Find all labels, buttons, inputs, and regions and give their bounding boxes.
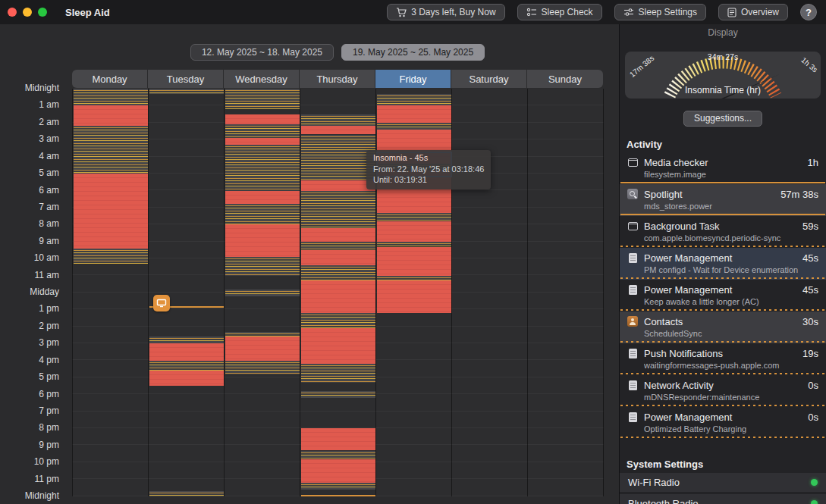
- activity-stripes[interactable]: [377, 242, 451, 247]
- activity-stripes[interactable]: [301, 313, 375, 328]
- activity-stripes[interactable]: [377, 276, 451, 281]
- week-tab-12-may-2025-18-may-2025[interactable]: 12. May 2025 ~ 18. May 2025: [190, 44, 334, 61]
- status-on-dot: [811, 500, 818, 504]
- insomnia-block[interactable]: [74, 174, 148, 249]
- day-header-wednesday[interactable]: Wednesday: [224, 70, 300, 88]
- activity-stripes[interactable]: [301, 191, 375, 228]
- day-column-monday[interactable]: [72, 89, 148, 496]
- insomnia-block[interactable]: [225, 224, 300, 257]
- activity-stripes[interactable]: [301, 265, 375, 280]
- activity-row-push-notifications[interactable]: Push Notifications19swaitingformessages-…: [620, 343, 826, 375]
- activity-stripes[interactable]: [149, 491, 224, 496]
- activity-stripes[interactable]: [149, 89, 224, 94]
- insomnia-block[interactable]: [301, 250, 375, 265]
- activity-subtitle: PM configd - Wait for Device enumeration: [644, 265, 818, 274]
- activity-stripes[interactable]: [377, 94, 451, 106]
- activity-stripes[interactable]: [149, 337, 224, 343]
- time-label-3: 3 am: [39, 133, 59, 144]
- minimize-window-button[interactable]: [23, 8, 32, 17]
- help-button[interactable]: ?: [800, 4, 817, 20]
- system-row-bluetooth-radio[interactable]: Bluetooth Radio: [620, 494, 826, 504]
- activity-row-spotlight[interactable]: Spotlight57m 38smds_stores.power: [620, 184, 826, 216]
- activity-stripes[interactable]: [225, 124, 300, 138]
- display-event-icon[interactable]: [153, 295, 170, 311]
- day-header-friday[interactable]: Friday: [375, 70, 451, 88]
- insomnia-block[interactable]: [377, 105, 451, 122]
- activity-stripes[interactable]: [225, 89, 300, 109]
- activity-stripes[interactable]: [225, 361, 300, 374]
- activity-subtitle: mDNSResponder:maintenance: [644, 393, 818, 402]
- day-header-sunday[interactable]: Sunday: [527, 70, 603, 88]
- day-header-thursday[interactable]: Thursday: [300, 70, 375, 88]
- insomnia-block[interactable]: [225, 114, 300, 125]
- activity-stripes[interactable]: [74, 249, 148, 264]
- time-label-15: 3 pm: [39, 337, 59, 348]
- overview-button[interactable]: Overview: [718, 4, 788, 20]
- insomnia-block[interactable]: [301, 126, 375, 134]
- activity-row-line: Power Management45s: [627, 283, 818, 296]
- day-header-saturday[interactable]: Saturday: [451, 70, 527, 88]
- buy-now-button[interactable]: 3 Days left, Buy Now: [387, 4, 504, 20]
- activity-stripes[interactable]: [301, 242, 375, 250]
- close-window-button[interactable]: [8, 8, 17, 17]
- activity-stripes[interactable]: [301, 391, 375, 398]
- suggestions-button[interactable]: Suggestions...: [683, 111, 762, 127]
- sleep-check-button[interactable]: Sleep Check: [517, 4, 602, 20]
- activity-row-power-management[interactable]: Power Management0sOptimized Battery Char…: [620, 407, 826, 439]
- day-column-tuesday[interactable]: [148, 89, 224, 496]
- day-header-monday[interactable]: Monday: [72, 70, 148, 88]
- day-column-thursday[interactable]: [300, 89, 375, 496]
- insomnia-block[interactable]: [301, 180, 375, 191]
- insomnia-block[interactable]: [301, 280, 375, 313]
- time-label-17: 5 pm: [39, 371, 59, 382]
- activity-row-power-management[interactable]: Power Management45sPM configd - Wait for…: [620, 248, 826, 280]
- insomnia-block[interactable]: [377, 247, 451, 276]
- activity-stripes[interactable]: [225, 290, 300, 296]
- activity-stripes[interactable]: [301, 135, 375, 181]
- insomnia-block[interactable]: [149, 371, 224, 386]
- activity-stripes[interactable]: [225, 204, 300, 224]
- insomnia-block[interactable]: [225, 191, 300, 205]
- activity-stripes[interactable]: [301, 364, 375, 383]
- insomnia-block[interactable]: [377, 221, 451, 242]
- day-header-tuesday[interactable]: Tuesday: [148, 70, 224, 88]
- system-row-wi-fi-radio[interactable]: Wi-Fi Radio: [620, 473, 826, 492]
- activity-stripes[interactable]: [149, 361, 224, 371]
- activity-stripes[interactable]: [225, 145, 300, 191]
- activity-line[interactable]: [301, 495, 375, 496]
- insomnia-block[interactable]: [377, 280, 451, 313]
- time-label-7: 7 am: [39, 202, 59, 212]
- sleep-settings-button[interactable]: Sleep Settings: [614, 4, 706, 20]
- activity-row-power-management[interactable]: Power Management45sKeep awake a little l…: [620, 280, 826, 311]
- activity-stripes[interactable]: [74, 89, 148, 105]
- activity-row-contacts[interactable]: Contacts30sScheduledSync: [620, 311, 826, 343]
- doc-icon: [627, 347, 639, 359]
- activity-stripes[interactable]: [301, 114, 375, 127]
- activity-stripes[interactable]: [377, 123, 451, 130]
- activity-row-network-activity[interactable]: Network Activity0smDNSResponder:maintena…: [620, 375, 826, 407]
- insomnia-block[interactable]: [225, 337, 300, 360]
- insomnia-block[interactable]: [301, 428, 375, 450]
- insomnia-block[interactable]: [301, 328, 375, 364]
- activity-row-media-checker[interactable]: Media checker1hfilesystem.image: [620, 152, 826, 184]
- week-tab-19-may-2025-25-may-2025[interactable]: 19. May 2025 ~ 25. May 2025: [341, 44, 485, 61]
- activity-row-line: Spotlight57m 38s: [627, 188, 818, 200]
- activity-duration: 0s: [808, 412, 818, 423]
- activity-stripes[interactable]: [225, 332, 300, 337]
- insomnia-block[interactable]: [301, 459, 375, 483]
- activity-stripes[interactable]: [377, 213, 451, 221]
- insomnia-block[interactable]: [74, 105, 148, 126]
- zoom-window-button[interactable]: [38, 8, 47, 17]
- day-column-wednesday[interactable]: [224, 89, 300, 496]
- insomnia-block[interactable]: [301, 228, 375, 242]
- activity-row-background-task[interactable]: Background Task59scom.apple.biomesyncd.p…: [620, 216, 826, 248]
- insomnia-block[interactable]: [149, 343, 224, 360]
- activity-stripes[interactable]: [301, 483, 375, 490]
- activity-stripes[interactable]: [225, 257, 300, 276]
- activity-stripes[interactable]: [301, 451, 375, 459]
- insomnia-block[interactable]: [225, 138, 300, 145]
- activity-stripes[interactable]: [74, 126, 148, 174]
- titlebar: Sleep Aid 3 Days left, Buy Now Sleep Che…: [0, 0, 826, 24]
- day-column-sunday[interactable]: [527, 89, 603, 496]
- calendar-grid[interactable]: [72, 89, 604, 496]
